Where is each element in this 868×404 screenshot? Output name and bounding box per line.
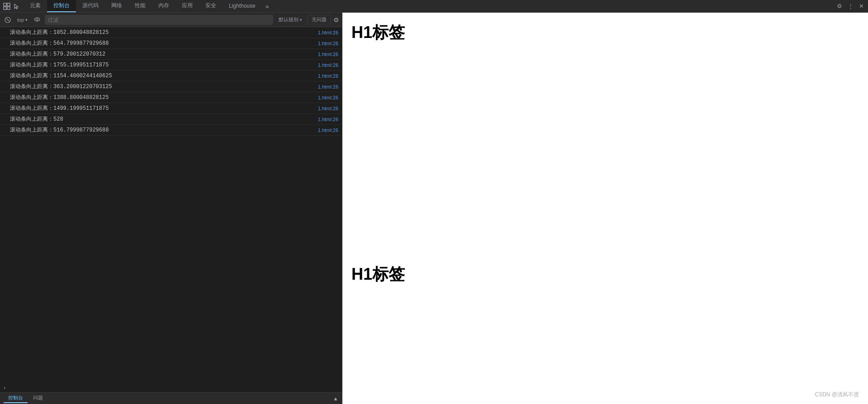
console-row: 滚动条向上距离：516.7999877929688 1.html:26 xyxy=(0,125,342,136)
console-row: 滚动条向上距离：1388.800048828125 1.html:26 xyxy=(0,92,342,103)
default-level-selector[interactable]: 默认级别 ▾ xyxy=(276,15,305,24)
row-source-link[interactable]: 1.html:26 xyxy=(318,95,338,100)
row-text: 滚动条向上距离：1388.800048828125 xyxy=(10,94,318,101)
filter-input[interactable] xyxy=(47,17,270,23)
row-source-link[interactable]: 1.html:26 xyxy=(318,84,338,89)
row-text: 滚动条向上距离：564.7999877929688 xyxy=(10,39,318,47)
row-text: 滚动条向上距离：363.20001220703125 xyxy=(10,83,318,90)
filter-input-container[interactable] xyxy=(45,15,273,25)
tab-sources[interactable]: 源代码 xyxy=(76,0,105,12)
context-label: top xyxy=(17,17,24,23)
h1-tag-top: H1标签 xyxy=(351,22,405,44)
bottom-tab-issues[interactable]: 问题 xyxy=(28,394,47,403)
svg-point-6 xyxy=(34,18,40,21)
tab-console[interactable]: 控制台 xyxy=(47,0,76,12)
tab-more-icon[interactable]: » xyxy=(262,0,273,12)
row-text: 滚动条向上距离：1154.4000244140625 xyxy=(10,72,318,80)
default-level-arrow-icon: ▾ xyxy=(300,18,302,22)
close-icon[interactable]: ✕ xyxy=(857,2,865,10)
row-text: 滚动条向上距离：1499.199951171875 xyxy=(10,104,318,112)
tabs-area: 元素 控制台 源代码 网络 性能 内存 应用 安全 Lighthouse » xyxy=(24,0,833,12)
row-text: 滚动条向上距离：579.200122070312 xyxy=(10,50,318,58)
tab-performance[interactable]: 性能 xyxy=(128,0,152,12)
svg-line-5 xyxy=(6,19,9,21)
inspect-icon[interactable] xyxy=(3,2,11,10)
context-arrow-icon: ▾ xyxy=(25,18,28,22)
csdn-watermark: CSDN @清风不渡 xyxy=(815,391,859,399)
svg-rect-1 xyxy=(7,3,10,6)
devtools-tabbar: 元素 控制台 源代码 网络 性能 内存 应用 安全 Lighthouse » ⚙… xyxy=(0,0,868,13)
devtools-panel: top ▾ 默认级别 ▾ 无问题 ⚙ xyxy=(0,13,342,404)
svg-point-7 xyxy=(36,19,38,20)
webpage-preview: H1标签 H1标签 CSDN @清风不渡 xyxy=(342,13,868,404)
main-content: top ▾ 默认级别 ▾ 无问题 ⚙ xyxy=(0,13,868,404)
tab-network[interactable]: 网络 xyxy=(105,0,128,12)
console-output[interactable]: 滚动条向上距离：1052.800048828125 1.html:26 滚动条向… xyxy=(0,27,342,383)
row-source-link[interactable]: 1.html:26 xyxy=(318,73,338,79)
console-row: 滚动条向上距离：1499.199951171875 1.html:26 xyxy=(0,103,342,114)
row-text: 滚动条向上距离：1052.800048828125 xyxy=(10,28,318,36)
row-text: 滚动条向上距离：528 xyxy=(10,115,318,123)
default-level-label: 默认级别 xyxy=(279,16,299,23)
prompt-arrow-icon: › xyxy=(4,385,5,391)
eye-icon xyxy=(34,17,40,23)
console-row: 滚动条向上距离：1755.199951171875 1.html:26 xyxy=(0,60,342,70)
svg-rect-2 xyxy=(4,7,6,9)
row-text: 滚动条向上距离：1755.199951171875 xyxy=(10,61,318,69)
console-row: 滚动条向上距离：1052.800048828125 1.html:26 xyxy=(0,27,342,38)
row-source-link[interactable]: 1.html:26 xyxy=(318,62,338,68)
h1-tag-bottom: H1标签 xyxy=(351,263,405,286)
console-row: 滚动条向上距离：579.200122070312 1.html:26 xyxy=(0,49,342,60)
bottom-expand-icon[interactable]: ▲ xyxy=(333,395,338,402)
clear-icon xyxy=(5,17,11,23)
console-toolbar: top ▾ 默认级别 ▾ 无问题 ⚙ xyxy=(0,13,342,27)
svg-rect-3 xyxy=(7,7,10,9)
row-text: 滚动条向上距离：516.7999877929688 xyxy=(10,126,318,134)
row-source-link[interactable]: 1.html:26 xyxy=(318,41,338,46)
tabbar-icons-left xyxy=(0,2,24,10)
no-issues-button[interactable]: 无问题 xyxy=(308,15,331,24)
svg-rect-0 xyxy=(4,3,6,6)
bottom-tab-console[interactable]: 控制台 xyxy=(4,394,28,403)
tabbar-actions: ⚙ ⋮ ✕ xyxy=(833,2,868,10)
row-source-link[interactable]: 1.html:26 xyxy=(318,52,338,57)
clear-console-button[interactable] xyxy=(3,16,13,24)
tab-security[interactable]: 安全 xyxy=(199,0,223,12)
console-settings-icon[interactable]: ⚙ xyxy=(333,16,339,23)
console-row: 滚动条向上距离：363.20001220703125 1.html:26 xyxy=(0,81,342,92)
console-row: 滚动条向上距离：564.7999877929688 1.html:26 xyxy=(0,38,342,49)
row-source-link[interactable]: 1.html:26 xyxy=(318,106,338,111)
tab-elements[interactable]: 元素 xyxy=(24,0,47,12)
tab-memory[interactable]: 内存 xyxy=(152,0,175,12)
eye-button[interactable] xyxy=(32,16,42,23)
row-source-link[interactable]: 1.html:26 xyxy=(318,127,338,133)
cursor-icon[interactable] xyxy=(13,2,21,10)
console-row: 滚动条向上距离：1154.4000244140625 1.html:26 xyxy=(0,70,342,81)
console-row: 滚动条向上距离：528 1.html:26 xyxy=(0,114,342,125)
context-selector[interactable]: top ▾ xyxy=(15,16,29,23)
tab-application[interactable]: 应用 xyxy=(175,0,199,12)
console-prompt-row: › xyxy=(0,383,342,392)
settings-icon[interactable]: ⚙ xyxy=(835,2,844,10)
row-source-link[interactable]: 1.html:26 xyxy=(318,30,338,35)
row-source-link[interactable]: 1.html:26 xyxy=(318,117,338,122)
devtools-bottom-bar: 控制台 问题 ▲ xyxy=(0,392,342,404)
tab-lighthouse[interactable]: Lighthouse xyxy=(223,0,262,12)
more-icon[interactable]: ⋮ xyxy=(846,2,854,10)
